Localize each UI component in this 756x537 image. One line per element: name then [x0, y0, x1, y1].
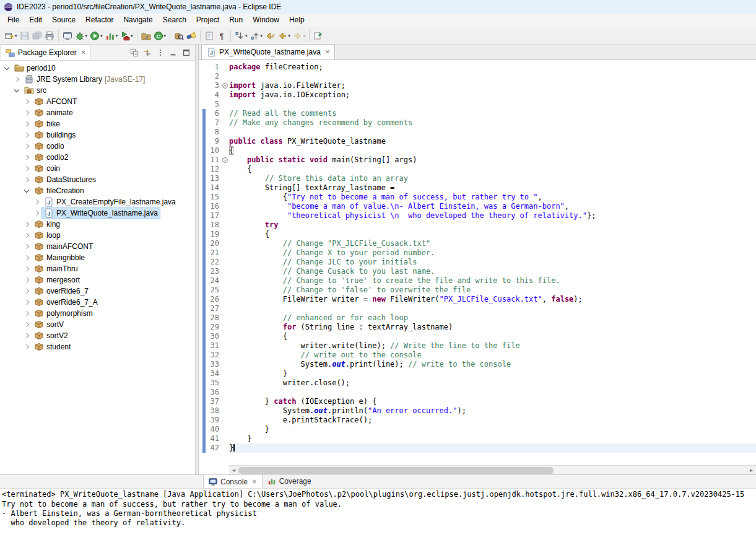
tree-item[interactable]: student	[0, 341, 195, 352]
code-line[interactable]: 18 try	[199, 220, 756, 230]
tree-item[interactable]: animate	[0, 107, 195, 118]
code-line[interactable]: 34 }	[199, 369, 756, 378]
tree-item[interactable]: DataStructures	[0, 174, 195, 185]
code-line[interactable]: 14 String[] textArray_lastname =	[199, 183, 756, 193]
tree-item[interactable]: overRide6_7	[0, 286, 195, 297]
expand-chevron-icon[interactable]	[24, 277, 29, 282]
tree-item[interactable]: codio	[0, 141, 195, 152]
expand-chevron-icon[interactable]	[34, 199, 39, 204]
minimize-button[interactable]	[168, 47, 179, 58]
tree-item[interactable]: fileCreation	[0, 185, 195, 196]
expand-chevron-icon[interactable]	[24, 166, 29, 171]
collapse-chevron-icon[interactable]	[4, 64, 9, 69]
open-console-button[interactable]	[61, 28, 74, 43]
expand-chevron-icon[interactable]	[24, 322, 29, 327]
scroll-right-icon[interactable]: ▸	[747, 466, 756, 475]
back-button[interactable]: ▾	[276, 28, 292, 43]
collapse-chevron-icon[interactable]	[24, 187, 29, 192]
tree-item[interactable]: polymorphism	[0, 308, 195, 319]
dropdown-arrow-icon[interactable]: ▾	[288, 33, 290, 38]
code-line[interactable]: 19 {	[199, 230, 756, 239]
menu-file[interactable]: File	[2, 14, 24, 27]
menu-search[interactable]: Search	[158, 14, 191, 27]
code-line[interactable]: 32 // write out to the console	[199, 351, 756, 360]
code-editor[interactable]: 1package fileCreation;23import java.io.F…	[199, 60, 756, 465]
code-line[interactable]: 4import java.io.IOException;	[199, 90, 756, 100]
new-java-project-button[interactable]: J	[140, 28, 152, 43]
code-line[interactable]: 26 FileWriter writer = new FileWriter("P…	[199, 295, 756, 304]
code-line[interactable]: 39 e.printStackTrace();	[199, 416, 756, 425]
dropdown-arrow-icon[interactable]: ▾	[100, 33, 103, 38]
dropdown-arrow-icon[interactable]: ▾	[131, 33, 133, 38]
expand-chevron-icon[interactable]	[24, 222, 29, 227]
menu-edit[interactable]: Edit	[24, 14, 47, 27]
forward-button[interactable]: ▾	[292, 28, 307, 43]
code-line[interactable]: 20 // Change "PX_JLCFile_Cusack.txt"	[199, 239, 756, 248]
print-button[interactable]	[43, 28, 56, 43]
tab-package-explorer[interactable]: Package Explorer ×	[1, 45, 90, 60]
code-line[interactable]: 2	[199, 72, 756, 81]
code-line[interactable]: 27	[199, 304, 756, 313]
menu-help[interactable]: Help	[284, 14, 310, 27]
maximize-button[interactable]	[181, 47, 192, 58]
tab-coverage[interactable]: Coverage	[263, 474, 316, 488]
code-line[interactable]: 15 {"Try not to become a man of success,…	[199, 193, 756, 202]
tree-item[interactable]: coin	[0, 163, 195, 174]
link-editor-button[interactable]	[142, 47, 153, 58]
tab-editor-file[interactable]: J PX_WriteQuote_lastname.java ×	[201, 44, 335, 59]
tree-item[interactable]: mergesort	[0, 274, 195, 286]
close-icon[interactable]: ×	[252, 479, 257, 485]
code-line[interactable]: 13 // Store this data into an array	[199, 174, 756, 183]
dropdown-arrow-icon[interactable]: ▾	[303, 33, 306, 38]
debug-button[interactable]: ▾	[74, 28, 89, 43]
dropdown-arrow-icon[interactable]: ▾	[85, 33, 88, 38]
code-line[interactable]: 28 // enhanced or for each loop	[199, 313, 756, 323]
expand-chevron-icon[interactable]	[34, 211, 39, 216]
prev-annotation-button[interactable]: ▾	[249, 28, 264, 43]
editor-horizontal-scrollbar[interactable]: ◂ ▸	[229, 465, 756, 474]
code-line[interactable]: 21 // Change X to your period number.	[199, 248, 756, 258]
menu-source[interactable]: Source	[47, 14, 80, 27]
code-line[interactable]: 8	[199, 128, 756, 137]
code-line[interactable]: 40 }	[199, 425, 756, 434]
code-line[interactable]: 12 {	[199, 165, 756, 174]
dropdown-arrow-icon[interactable]: ▾	[15, 33, 17, 38]
coverage-button[interactable]: ▾	[104, 28, 119, 43]
code-line[interactable]: 38 System.out.println("An error occurred…	[199, 406, 756, 416]
dropdown-arrow-icon[interactable]: ▾	[116, 33, 118, 38]
expand-chevron-icon[interactable]	[24, 144, 29, 149]
expand-chevron-icon[interactable]	[24, 244, 29, 249]
next-annotation-button[interactable]: ▾	[233, 28, 249, 43]
code-line[interactable]: 36	[199, 388, 756, 397]
tree-item[interactable]: JPX_WriteQuote_lastname.java	[0, 207, 195, 219]
show-whitespace-button[interactable]: ¶	[215, 28, 228, 43]
open-type-button[interactable]	[173, 28, 185, 43]
code-line[interactable]: 35 writer.close();	[199, 378, 756, 388]
expand-chevron-icon[interactable]	[24, 333, 29, 338]
pin-editor-button[interactable]	[312, 28, 324, 43]
expand-chevron-icon[interactable]	[24, 255, 29, 260]
code-line[interactable]: 7// Make any changes recommend by commen…	[199, 118, 756, 128]
code-line[interactable]: 17 "theoretical physicist \n who develop…	[199, 211, 756, 220]
tree-item[interactable]: sortV2	[0, 330, 195, 341]
expand-chevron-icon[interactable]	[14, 77, 19, 82]
scroll-left-icon[interactable]: ◂	[229, 466, 238, 475]
tree-item[interactable]: buildings	[0, 129, 195, 141]
open-task-button[interactable]	[203, 28, 215, 43]
code-line[interactable]: 24 // Change to 'true' to create the fil…	[199, 276, 756, 286]
scrollbar-thumb[interactable]	[238, 467, 554, 474]
collapse-all-button[interactable]	[129, 47, 140, 58]
expand-chevron-icon[interactable]	[24, 344, 29, 349]
expand-chevron-icon[interactable]	[24, 155, 29, 160]
menu-refactor[interactable]: Refactor	[80, 14, 118, 27]
dropdown-arrow-icon[interactable]: ▾	[164, 33, 167, 38]
code-line[interactable]: 41 }	[199, 434, 756, 443]
tree-item[interactable]: JPX_CreateEmptyFile_lastname.java	[0, 196, 195, 207]
code-line[interactable]: 9public class PX_WriteQuote_lastname	[199, 137, 756, 146]
expand-chevron-icon[interactable]	[24, 133, 29, 138]
tree-item[interactable]: overRide6_7_A	[0, 297, 195, 308]
code-line[interactable]: 5	[199, 100, 756, 109]
menu-run[interactable]: Run	[224, 14, 248, 27]
code-line[interactable]: 33 System.out.print(line); // write to t…	[199, 360, 756, 369]
close-icon[interactable]: ×	[81, 50, 86, 56]
